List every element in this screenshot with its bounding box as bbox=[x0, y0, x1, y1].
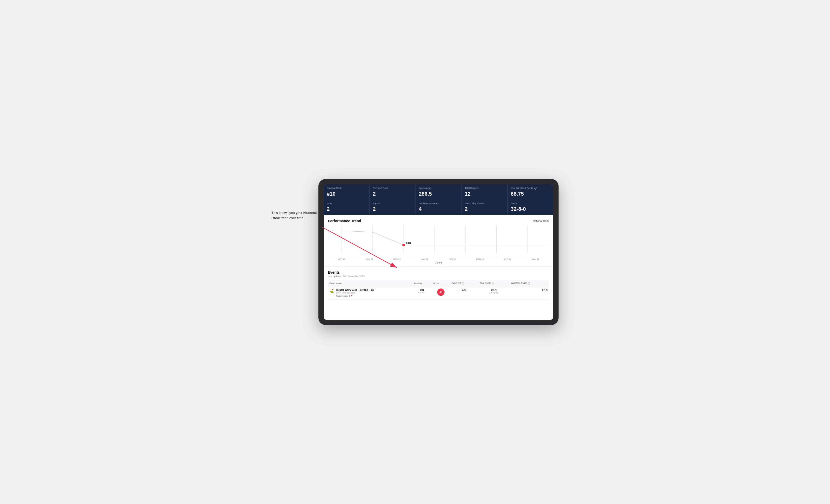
stat-avg-weighted: Avg. Weighted Points i 68.75 bbox=[508, 184, 553, 200]
stat-stroke-play: Stroke Play Events 4 bbox=[416, 200, 461, 215]
month-feb24: FEB 24 bbox=[439, 258, 466, 260]
month-oct23: OCT 23 bbox=[328, 258, 355, 260]
chart-svg: #10 bbox=[328, 226, 549, 257]
stats-row1: National Rank #10 Regional Rank 2 Scorin… bbox=[324, 184, 553, 200]
performance-section: Performance Trend National Rank bbox=[324, 215, 553, 266]
score-badge: -22 bbox=[437, 289, 445, 296]
td-position: 6th out of 7 bbox=[412, 286, 432, 299]
performance-title: Performance Trend bbox=[328, 219, 361, 223]
stat-record: Record 32-8-0 bbox=[508, 200, 553, 215]
th-info-sg: i bbox=[462, 282, 464, 284]
th-info-total: i bbox=[492, 282, 494, 284]
rank-impact: Rank Impact: 3 ▼ bbox=[336, 295, 374, 297]
month-mar24: MAR 24 bbox=[466, 258, 494, 260]
month-nov23: NOV 23 bbox=[355, 258, 383, 260]
outer-wrapper: This shows you your National Rank trend … bbox=[272, 179, 558, 325]
stat-total-rounds: Total Rounds 12 bbox=[462, 184, 507, 200]
event-date: Oct 9 – Oct 10, 2023 bbox=[336, 292, 374, 294]
stat-national-rank: National Rank #10 bbox=[324, 184, 369, 200]
th-info-weighted: i bbox=[528, 282, 530, 284]
stat-match-play: Match Play Events 2 bbox=[462, 200, 507, 215]
th-event-sg: Event SG i bbox=[450, 280, 478, 286]
golf-icon: ⛳ bbox=[329, 289, 334, 293]
stat-top3s: Top 3s 2 bbox=[370, 200, 415, 215]
table-row: ⛳ Buster Cozy Cup – Stroke Play Oct 9 – … bbox=[328, 286, 549, 299]
month-apr24: APR 24 bbox=[494, 258, 521, 260]
td-event-name: ⛳ Buster Cozy Cup – Stroke Play Oct 9 – … bbox=[328, 286, 412, 299]
th-event-name: Event Name bbox=[328, 280, 412, 286]
stat-wins: Wins 2 bbox=[324, 200, 369, 215]
chart-months: OCT 23 NOV 23 DEC 23 JAN 24 FEB 24 MAR 2… bbox=[328, 257, 549, 261]
stat-regional-rank: Regional Rank 2 bbox=[370, 184, 415, 200]
events-table: Event Name Position Score Event SG i bbox=[328, 280, 549, 299]
info-icon: i bbox=[534, 187, 537, 190]
tablet-screen: National Rank #10 Regional Rank 2 Scorin… bbox=[324, 184, 553, 320]
td-total-points: 28.3 3 Rounds bbox=[478, 286, 509, 299]
events-table-header-row: Event Name Position Score Event SG i bbox=[328, 280, 549, 286]
svg-point-10 bbox=[402, 244, 405, 246]
chart-x-label: Months bbox=[328, 261, 549, 264]
chart-area: #10 bbox=[328, 226, 549, 257]
events-title: Events bbox=[328, 270, 549, 274]
svg-text:#10: #10 bbox=[406, 242, 411, 245]
th-position: Position bbox=[412, 280, 432, 286]
performance-header: Performance Trend National Rank bbox=[328, 219, 549, 223]
event-name-text: Buster Cozy Cup – Stroke Play bbox=[336, 289, 374, 292]
rank-impact-arrow: ▼ bbox=[351, 295, 353, 297]
stat-scoring-avg: Scoring Avg. 286.5 bbox=[416, 184, 461, 200]
th-total-points: Total Points i bbox=[478, 280, 509, 286]
performance-label: National Rank bbox=[533, 220, 549, 223]
events-subtitle: Last updated: 24th November 2023 bbox=[328, 275, 549, 277]
month-jan24: JAN 24 bbox=[411, 258, 439, 260]
events-section: Events Last updated: 24th November 2023 … bbox=[324, 266, 553, 302]
td-score: -22 bbox=[432, 286, 450, 299]
month-dec23: DEC 23 bbox=[383, 258, 411, 260]
th-weighted-points: Weighted Points i bbox=[509, 280, 549, 286]
th-score: Score bbox=[432, 280, 450, 286]
tablet-frame: National Rank #10 Regional Rank 2 Scorin… bbox=[318, 179, 558, 325]
td-weighted-points: 28.3 bbox=[509, 286, 549, 299]
month-may24: MAY 24 bbox=[521, 258, 549, 260]
annotation-text: This shows you your National Rank trend … bbox=[272, 210, 324, 221]
stats-row2: Wins 2 Top 3s 2 Stroke Play Events 4 Mat… bbox=[324, 200, 553, 215]
td-event-sg: 0.45 bbox=[450, 286, 478, 299]
